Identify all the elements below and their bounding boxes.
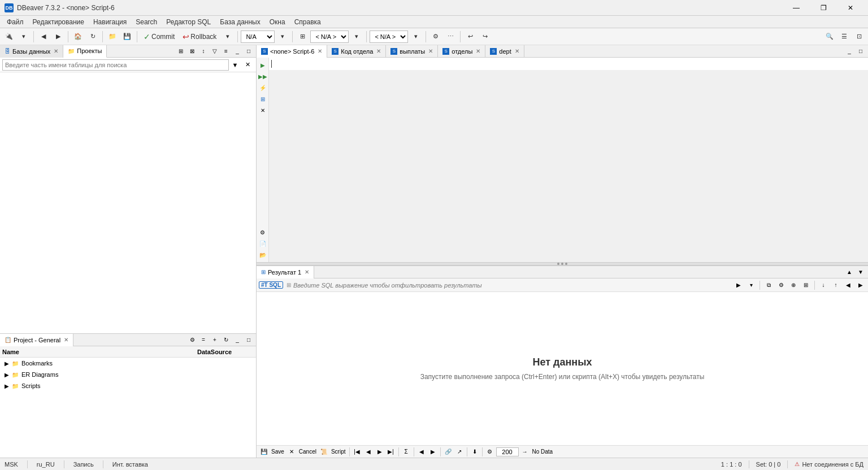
maximize-panel-btn[interactable]: □ [244,46,254,56]
filter-btn[interactable]: ▽ [210,46,220,56]
toolbar-home-btn[interactable]: 🏠 [71,30,85,43]
import-btn[interactable]: ↓ [818,280,828,290]
nav-left-btn[interactable]: ◀ [416,447,427,457]
projects-tab[interactable]: 📁 Проекты [63,45,107,58]
tab-script6-close[interactable]: ✕ [318,48,322,54]
filter-add-btn[interactable]: ⊕ [788,280,798,290]
editor-maximize-btn[interactable]: □ [856,46,866,56]
toolbar-expand-btn[interactable]: ⊡ [852,30,866,43]
toolbar-settings-btn[interactable]: ⚙ [429,30,442,43]
tab-viplati[interactable]: S выплаты ✕ [386,45,438,58]
limit-settings-btn[interactable]: ⚙ [485,447,495,457]
settings-side-btn[interactable]: ⚙ [258,227,268,237]
config-btn[interactable]: ≡ [221,46,231,56]
search-clear-btn[interactable]: ✕ [241,59,254,71]
run-filter-btn[interactable]: ▶ [734,280,744,290]
project-collapse-btn[interactable]: _ [232,335,242,345]
table-dropdown-btn[interactable]: ▾ [409,30,423,43]
menu-search[interactable]: Search [131,17,162,27]
open-file-btn[interactable]: 📂 [258,250,268,260]
filter-options-btn[interactable]: ⊞ [801,280,811,290]
menu-navigation[interactable]: Навигация [89,17,131,27]
minimize-button[interactable]: — [783,0,809,16]
commit-button[interactable]: ✓ Commit [140,31,178,42]
toolbar-search-btn[interactable]: 🔍 [823,30,836,43]
databases-tab-close[interactable]: ✕ [54,48,58,54]
tab-otdeli[interactable]: S отделы ✕ [438,45,485,58]
toolbar-auto-commit-btn[interactable]: ▾ [221,30,235,43]
project-refresh-btn[interactable]: ↻ [221,335,231,345]
toolbar-save-btn[interactable]: 💾 [120,30,134,43]
tab-koddotdela[interactable]: S Код отдела ✕ [327,45,386,58]
result-tab-1[interactable]: ⊞ Результат 1 ✕ [257,266,314,278]
toolbar-more-btn[interactable]: ⋯ [444,30,457,43]
run-btn[interactable]: ▶ [258,60,268,70]
toolbar-forward-btn[interactable]: ▶ [51,30,65,43]
list-item[interactable]: ▶ 📁 Bookmarks [0,358,256,369]
tab-dept[interactable]: S dept ✕ [485,45,524,58]
project-link-btn[interactable]: = [198,335,209,345]
code-editor-scroll[interactable] [269,58,868,262]
project-tab-close[interactable]: ✕ [64,337,68,343]
tab-otdeli-close[interactable]: ✕ [476,48,480,54]
project-add-btn[interactable]: + [210,335,220,345]
minimize-panel-btn[interactable]: _ [232,46,242,56]
format-btn[interactable]: ⊞ [258,94,268,104]
rollback-button[interactable]: ↩ Rollback [179,31,220,42]
project-expand-btn[interactable]: □ [244,335,254,345]
save-btn[interactable]: 💾 [259,447,269,457]
filter-settings-btn[interactable]: ⚙ [776,280,786,290]
limit-input[interactable] [496,447,519,456]
toolbar-appearance-btn[interactable]: ☰ [837,30,851,43]
nav-prev-btn[interactable]: ◀ [843,280,853,290]
toolbar-undo-btn[interactable]: ↩ [463,30,477,43]
row-last-btn[interactable]: ▶| [386,447,396,457]
run-script-btn[interactable]: ▶▶ [258,71,268,81]
toolbar-open-btn[interactable]: 📁 [106,30,119,43]
menu-windows[interactable]: Окна [265,17,290,27]
copy-btn[interactable]: ⧉ [763,280,774,290]
schema-dropdown[interactable]: < N/A > [310,31,349,43]
table-dropdown[interactable]: < N/A > [370,31,408,43]
limit-apply-btn[interactable]: → [520,447,530,457]
restore-button[interactable]: ❐ [810,0,836,16]
table-search-input[interactable] [2,59,229,71]
collapse-all-btn[interactable]: ⊞ [176,46,186,56]
row-first-btn[interactable]: |◀ [352,447,362,457]
results-tab-close[interactable]: ✕ [305,269,309,275]
toolbar-redo-btn[interactable]: ↪ [478,30,492,43]
project-settings-btn[interactable]: ⚙ [187,335,197,345]
menu-database[interactable]: База данных [215,17,264,27]
new-file-btn[interactable]: 📄 [258,238,268,249]
toolbar-new-btn[interactable]: 🔌 [2,30,16,43]
export-btn[interactable]: ↑ [831,280,841,290]
nav-next-btn[interactable]: ▶ [856,280,866,290]
menu-help[interactable]: Справка [290,17,326,27]
toolbar-dropdown-btn[interactable]: ▾ [17,30,31,43]
download-btn[interactable]: ⬇ [470,447,480,457]
schema-dropdown-btn[interactable]: ▾ [350,30,363,43]
code-editor[interactable] [269,58,868,70]
connection-dropdown-btn[interactable]: ▾ [276,30,289,43]
tab-script6[interactable]: S <none> Script-6 ✕ [257,45,327,58]
editor-minimize-btn[interactable]: _ [844,46,854,56]
filter-dropdown-btn[interactable]: ▾ [746,280,756,290]
nav-right-btn[interactable]: ▶ [428,447,438,457]
toolbar-table-btn[interactable]: ⊞ [296,30,309,43]
row-prev-btn[interactable]: ◀ [363,447,374,457]
menu-sql-editor[interactable]: Редактор SQL [162,17,215,27]
toolbar-refresh-btn[interactable]: ↻ [86,30,99,43]
search-filter-btn[interactable]: ▼ [229,59,241,71]
script-btn[interactable]: 📜 [319,447,329,457]
clear-btn[interactable]: ✕ [258,105,268,115]
menu-edit[interactable]: Редактирование [28,17,89,27]
tab-koddotdela-close[interactable]: ✕ [376,48,381,54]
tab-viplati-close[interactable]: ✕ [428,48,433,54]
explain-btn[interactable]: ⚡ [258,82,268,93]
link-btn[interactable]: 🔗 [443,447,453,457]
pin-btn[interactable]: ↕ [198,46,209,56]
row-count-btn[interactable]: Σ [401,447,411,457]
connection-dropdown[interactable]: N/A [241,31,275,43]
databases-tab[interactable]: 🗄 Базы данных ✕ [0,45,63,58]
list-item[interactable]: ▶ 📁 ER Diagrams [0,369,256,380]
